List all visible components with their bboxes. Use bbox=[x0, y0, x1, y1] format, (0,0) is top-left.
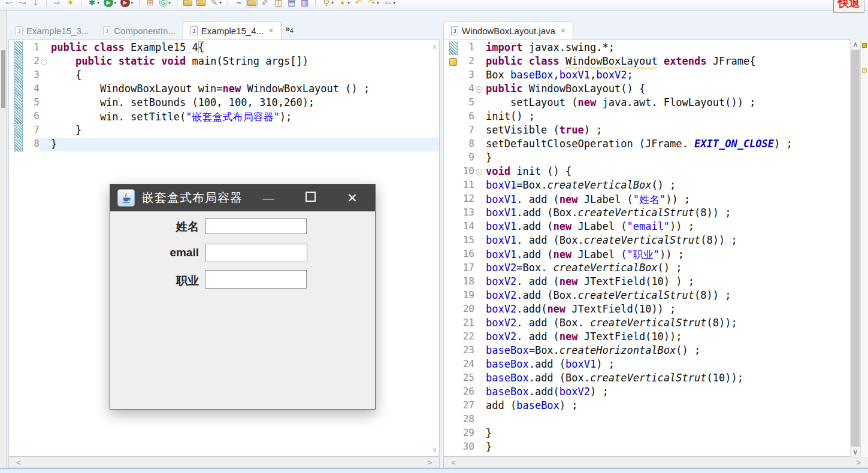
code-line[interactable]: 17boxV2=Box. createVerticalBox() ; bbox=[444, 262, 850, 275]
code-line[interactable]: 5 win. setBounds (100, 100, 310,260); bbox=[9, 96, 439, 110]
gutter-marker[interactable] bbox=[449, 275, 458, 289]
collapse-icon[interactable]: − bbox=[41, 59, 47, 65]
code-line[interactable]: 6init() ; bbox=[444, 110, 850, 124]
gutter-marker[interactable] bbox=[449, 386, 458, 399]
generate-icon[interactable]: Ⓖ▾ bbox=[159, 0, 171, 9]
code-line[interactable]: 15boxV1. add (Box.createVerticalStrut(8)… bbox=[444, 234, 850, 248]
scroll-up-icon[interactable]: ∧ bbox=[432, 43, 437, 51]
job-field[interactable] bbox=[205, 270, 307, 289]
step-return-icon[interactable]: ↜ bbox=[5, 0, 14, 9]
scroll-left-icon[interactable]: < bbox=[16, 458, 21, 467]
gutter-marker[interactable] bbox=[449, 331, 458, 344]
code-line[interactable]: 11boxV1=Box.createVerticalBox() ; bbox=[444, 179, 850, 193]
range-indicator[interactable] bbox=[14, 55, 23, 69]
code-line[interactable]: 13boxV1.add (Box.createVerticalStrut(8))… bbox=[444, 207, 850, 220]
class-icon[interactable]: ▤ bbox=[287, 0, 296, 9]
maximize-button[interactable] bbox=[303, 192, 317, 205]
chevron-down-icon[interactable]: ▾ bbox=[331, 0, 334, 5]
gutter-marker[interactable] bbox=[449, 441, 458, 454]
code-line[interactable]: 21boxV2. add (Box. createVerticalStrut(8… bbox=[444, 317, 850, 331]
range-indicator[interactable] bbox=[14, 138, 23, 151]
range-indicator[interactable] bbox=[14, 83, 23, 96]
gutter-marker[interactable] bbox=[449, 179, 458, 193]
gutter-marker[interactable] bbox=[449, 427, 458, 441]
warning-marker[interactable] bbox=[449, 55, 458, 69]
close-button[interactable]: ✕ bbox=[345, 191, 359, 205]
code-line[interactable]: 7 } bbox=[9, 124, 439, 138]
gutter-marker[interactable] bbox=[449, 358, 458, 372]
scroll-right-icon[interactable]: > bbox=[856, 458, 861, 467]
code-line[interactable]: 1import javax.swing.*; bbox=[444, 41, 850, 55]
code-line[interactable]: 5 setLayout (new java.awt. FlowLayout())… bbox=[444, 96, 850, 110]
gutter-marker[interactable] bbox=[449, 96, 458, 110]
forward-icon[interactable]: ↷▾ bbox=[367, 0, 379, 9]
gutter-marker[interactable] bbox=[449, 262, 458, 275]
open-resource-icon[interactable] bbox=[247, 0, 256, 9]
code-line[interactable]: 27add (baseBox) ; bbox=[444, 399, 850, 413]
collapse-icon[interactable]: − bbox=[476, 86, 482, 93]
step-over-icon[interactable]: ↝ bbox=[18, 0, 27, 9]
code-line[interactable]: 29} bbox=[444, 427, 850, 441]
code-line[interactable]: 23baseBox=Box.createHorizontalBox() ; bbox=[444, 344, 850, 358]
gutter-marker[interactable] bbox=[449, 399, 458, 413]
chevron-down-icon[interactable]: ▾ bbox=[219, 0, 222, 5]
code-line[interactable]: 1public class Example15_4{ bbox=[9, 41, 439, 55]
new-java-project-icon[interactable]: ⊞ bbox=[146, 0, 155, 9]
email-field[interactable] bbox=[205, 244, 307, 262]
clean-icon[interactable]: ✎▾ bbox=[210, 0, 222, 9]
gutter-marker[interactable] bbox=[449, 220, 458, 234]
code-line[interactable]: 16boxV1.add (new JLabel ("职业")) ; bbox=[444, 248, 850, 262]
gutter-marker[interactable] bbox=[449, 413, 458, 427]
tab-overflow-chevron[interactable]: » 4 bbox=[282, 22, 297, 40]
tab-componentin[interactable]: J ComponentIn... bbox=[96, 22, 183, 40]
minimize-button[interactable]: — bbox=[261, 192, 276, 205]
gutter-marker[interactable] bbox=[449, 372, 458, 386]
gutter-marker[interactable] bbox=[449, 83, 458, 96]
chevron-down-icon[interactable]: ▾ bbox=[97, 0, 99, 5]
scroll-right-icon[interactable]: > bbox=[427, 458, 432, 467]
gutter-marker[interactable] bbox=[449, 138, 458, 151]
gutter-marker[interactable] bbox=[449, 317, 458, 331]
left-horizontal-scrollbar[interactable]: < > bbox=[8, 457, 440, 468]
code-line[interactable]: 30} bbox=[444, 441, 850, 454]
code-line[interactable]: 3 { bbox=[9, 69, 439, 83]
search-icon[interactable]: ⚲▾ bbox=[322, 0, 334, 9]
gutter-marker[interactable] bbox=[449, 344, 458, 358]
code-line[interactable]: 3Box baseBox,boxV1,boxV2; bbox=[444, 69, 850, 83]
right-code-editor[interactable]: 1import javax.swing.*;2public class Wind… bbox=[443, 40, 850, 457]
range-indicator[interactable] bbox=[14, 124, 23, 138]
chevron-down-icon[interactable]: ▾ bbox=[131, 0, 133, 5]
code-line[interactable]: 9} bbox=[444, 151, 850, 165]
gutter-marker[interactable] bbox=[449, 124, 458, 138]
code-line[interactable]: 6 win. setTitle("嵌套盒式布局容器"); bbox=[9, 110, 439, 124]
scroll-down-icon[interactable]: ∨ bbox=[851, 447, 860, 457]
gutter-marker[interactable] bbox=[449, 207, 458, 220]
range-indicator[interactable] bbox=[449, 41, 458, 55]
annotate-icon[interactable]: ✐ bbox=[261, 0, 270, 9]
code-line[interactable]: 2− public static void main(String args[]… bbox=[9, 55, 439, 69]
range-indicator[interactable] bbox=[14, 110, 23, 124]
collapse-icon[interactable]: − bbox=[476, 169, 482, 175]
chevron-down-icon[interactable]: ▾ bbox=[168, 0, 171, 5]
gutter-marker[interactable] bbox=[449, 110, 458, 124]
open-folder-icon[interactable] bbox=[183, 0, 192, 9]
external-tools-icon[interactable]: ➧▾ bbox=[338, 0, 350, 9]
tab-windowboxlayout[interactable]: J WindowBoxLayout.java ✕ bbox=[443, 22, 573, 40]
gutter-marker[interactable] bbox=[449, 234, 458, 248]
code-line[interactable]: 8setDefaultCloseOperation (JFrame. EXIT_… bbox=[444, 138, 850, 151]
right-vertical-scrollbar[interactable]: ∧ ∨ bbox=[850, 40, 860, 457]
last-edit-location-icon[interactable]: ⇦▾ bbox=[383, 0, 395, 9]
interface-icon[interactable]: ▥ bbox=[300, 0, 309, 9]
profile-icon[interactable]: ▶▾ bbox=[120, 0, 133, 9]
chevron-down-icon[interactable]: ▾ bbox=[347, 0, 350, 5]
package-icon[interactable]: ◫ bbox=[274, 0, 283, 9]
gutter-marker[interactable] bbox=[449, 165, 458, 179]
save-all-icon[interactable] bbox=[196, 0, 205, 9]
close-icon[interactable]: ✕ bbox=[268, 27, 274, 35]
gutter-marker[interactable] bbox=[449, 69, 458, 83]
range-indicator[interactable] bbox=[14, 69, 23, 83]
gutter-marker[interactable] bbox=[449, 303, 458, 317]
code-line[interactable]: 28 bbox=[444, 413, 850, 427]
tab-example15-4[interactable]: J Example15_4... ✕ bbox=[183, 22, 282, 40]
chevron-down-icon[interactable]: ▾ bbox=[114, 0, 116, 5]
